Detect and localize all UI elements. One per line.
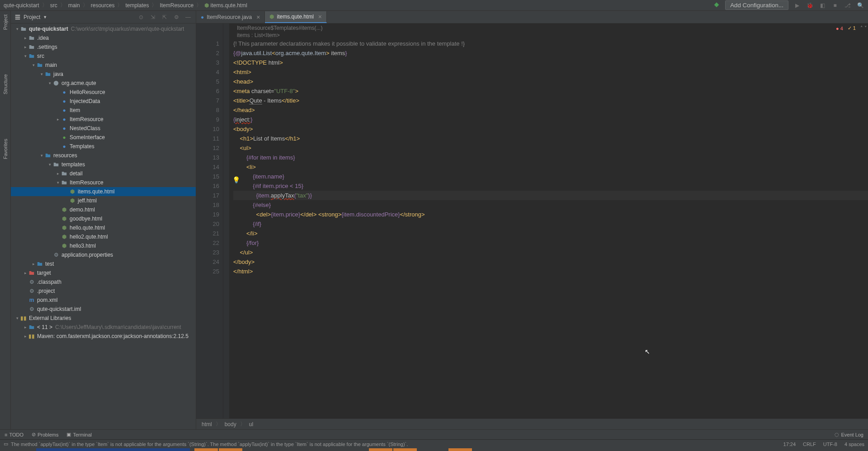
tab-label: items.qute.html (277, 14, 313, 20)
line-gutter[interactable]: 1234567891011121314151617181920212223242… (196, 23, 223, 418)
status-message: The method `applyTax(int)` in the type `… (11, 442, 408, 447)
navigation-bar: qute-quickstart〉src〉main〉resources〉templ… (0, 0, 868, 11)
breadcrumb-segment[interactable]: templates (125, 2, 149, 9)
project-panel: Project ▼ ⊙ ⇲ ⇱ ⚙ — ▾qute-quickstartC:\w… (11, 11, 196, 429)
tree-node[interactable]: mpom.xml (11, 296, 196, 305)
tree-node[interactable]: ▾qute-quickstartC:\work\src\tmp\quarkus\… (11, 24, 196, 33)
breadcrumb-segment[interactable]: src (50, 2, 57, 9)
tree-node[interactable]: ⚙.classpath (11, 277, 196, 287)
breadcrumb-segment[interactable]: ⬢ items.qute.html (204, 2, 247, 9)
project-tree[interactable]: ▾qute-quickstartC:\work\src\tmp\quarkus\… (11, 23, 196, 429)
breadcrumb-segment[interactable]: resources (91, 2, 115, 9)
build-icon[interactable] (712, 1, 721, 9)
editor-tabs: ●ItemResource.java×⬢items.qute.html× (196, 11, 868, 23)
tree-node[interactable]: ▾main (11, 61, 196, 70)
tree-node[interactable]: ▾▮▮External Libraries (11, 314, 196, 323)
tree-node[interactable]: ●SomeInterface (11, 133, 196, 142)
stop-icon[interactable]: ■ (831, 1, 839, 9)
taskbar-strip (0, 448, 868, 451)
tree-node[interactable]: ⬢hello3.html (11, 241, 196, 250)
code-editor[interactable]: 💡 {! This parameter declarations makes i… (230, 23, 868, 418)
tree-node[interactable]: ⬢items.qute.html (11, 187, 196, 196)
tree-node[interactable]: ●HelloResource (11, 88, 196, 97)
tree-node[interactable]: ●Templates (11, 142, 196, 151)
tree-node[interactable]: ●Item (11, 106, 196, 115)
todo-tool-button[interactable]: ≡ TODO (5, 432, 24, 437)
sticky-context: ItemResource$Templates#items(...) items … (233, 23, 868, 39)
breadcrumb[interactable]: qute-quickstart〉src〉main〉resources〉templ… (4, 1, 712, 9)
breadcrumb-segment[interactable]: ItemResource (160, 2, 193, 9)
left-tool-rail: Project Structure Favorites (0, 11, 11, 429)
tree-node[interactable]: ⬢hello.qute.html (11, 223, 196, 232)
error-indicator[interactable]: ● 4 (836, 26, 843, 31)
coverage-icon[interactable]: ◧ (818, 1, 826, 9)
tree-node[interactable]: ▸detail (11, 169, 196, 178)
close-tab-icon[interactable]: × (318, 13, 322, 20)
locate-icon[interactable]: ⊙ (137, 13, 145, 21)
tree-node[interactable]: ⬢hello2.qute.html (11, 232, 196, 241)
search-icon[interactable]: 🔍 (856, 1, 864, 9)
tree-node[interactable]: ▸target (11, 268, 196, 277)
settings-icon[interactable]: ⚙ (172, 13, 180, 21)
tree-node[interactable]: ▾org.acme.qute (11, 79, 196, 88)
svg-point-0 (54, 81, 59, 86)
tree-node[interactable]: ▾templates (11, 160, 196, 169)
file-encoding[interactable]: UTF-8 (823, 442, 837, 447)
favorites-tool-button[interactable]: Favorites (3, 137, 8, 161)
editor-crumb-segment[interactable]: ul (249, 421, 253, 428)
inspection-summary[interactable]: ● 4 ✓ 1 ˄ ˅ (836, 25, 867, 31)
tree-node[interactable]: ⬢goodbye.html (11, 214, 196, 223)
tree-node[interactable]: ⬢jeff.html (11, 196, 196, 205)
tree-node[interactable]: ▸.idea (11, 33, 196, 42)
editor-breadcrumb[interactable]: html〉body〉ul (196, 418, 868, 429)
breadcrumb-segment[interactable]: qute-quickstart (4, 2, 39, 9)
tree-node[interactable]: ⚙qute-quickstart.iml (11, 305, 196, 314)
tree-node[interactable]: ▸< 11 >C:\Users\JeffMaury\.sdkman\candid… (11, 323, 196, 332)
editor-crumb-segment[interactable]: body (225, 421, 236, 428)
tree-node[interactable]: ●NestedClass (11, 124, 196, 133)
problems-tool-button[interactable]: ⊘ Problems (32, 432, 58, 437)
tree-node[interactable]: ▾src (11, 52, 196, 61)
intention-bulb-icon[interactable]: 💡 (232, 175, 240, 185)
status-bar: ▭The method `applyTax(int)` in the type … (0, 439, 868, 448)
tree-node[interactable]: ▸test (11, 259, 196, 268)
tree-node[interactable]: ▸▮▮Maven: com.fasterxml.jackson.core:jac… (11, 332, 196, 341)
project-tool-button[interactable]: Project (3, 13, 8, 32)
run-icon[interactable]: ▶ (793, 1, 801, 9)
tree-node[interactable]: ●InjectedData (11, 97, 196, 106)
status-icon: ▭ (4, 441, 8, 447)
indent-setting[interactable]: 4 spaces (844, 442, 864, 447)
editor-crumb-segment[interactable]: html (202, 421, 212, 428)
event-log-button[interactable]: ◌ Event Log (835, 432, 863, 437)
hide-panel-icon[interactable]: — (184, 13, 192, 21)
bottom-tool-bar: ≡ TODO ⊘ Problems ▣ Terminal ◌ Event Log (0, 429, 868, 439)
warning-indicator[interactable]: ✓ 1 (848, 25, 856, 31)
fold-column[interactable] (223, 23, 230, 418)
breadcrumb-segment[interactable]: main (68, 2, 80, 9)
editor-tab[interactable]: ⬢items.qute.html× (265, 11, 327, 23)
editor-tab[interactable]: ●ItemResource.java× (196, 11, 265, 23)
tree-node[interactable]: ⬢demo.html (11, 205, 196, 214)
tree-node[interactable]: ▾resources (11, 151, 196, 160)
caret-position[interactable]: 17:24 (783, 442, 796, 447)
tree-node[interactable]: ⚙.project (11, 287, 196, 296)
structure-tool-button[interactable]: Structure (3, 72, 8, 96)
tree-node[interactable]: ▸.settings (11, 42, 196, 52)
terminal-tool-button[interactable]: ▣ Terminal (66, 432, 92, 437)
collapse-all-icon[interactable]: ⇱ (160, 13, 169, 21)
tab-label: ItemResource.java (207, 14, 252, 20)
project-view-selector[interactable]: Project ▼ (14, 14, 134, 20)
debug-icon[interactable]: 🐞 (806, 1, 814, 9)
panel-title-label: Project (24, 14, 40, 20)
tree-node[interactable]: ⚙application.properties (11, 250, 196, 259)
tree-node[interactable]: ▾ItemResource (11, 178, 196, 187)
tree-node[interactable]: ▸●ItemResource (11, 115, 196, 124)
expand-all-icon[interactable]: ⇲ (149, 13, 157, 21)
editor-area: ●ItemResource.java×⬢items.qute.html× Ite… (196, 11, 868, 429)
vcs-icon[interactable]: ⎇ (844, 1, 852, 9)
close-tab-icon[interactable]: × (256, 14, 260, 21)
line-separator[interactable]: CRLF (803, 442, 816, 447)
tree-node[interactable]: ▾java (11, 70, 196, 79)
add-configuration-button[interactable]: Add Configuration... (725, 0, 788, 10)
